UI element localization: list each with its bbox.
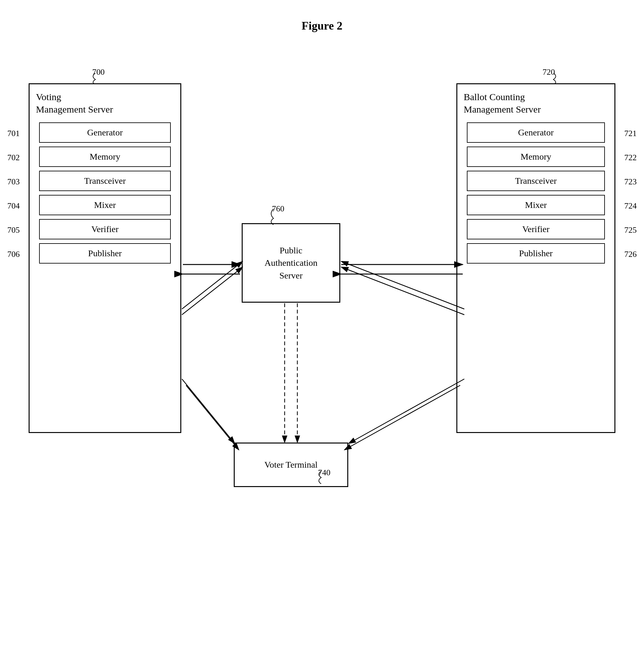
ref-760: 760 bbox=[272, 204, 284, 214]
left-server-label: VotingManagement Server bbox=[29, 84, 180, 119]
ref-705: 705 bbox=[7, 226, 20, 235]
component-memory-left: Memory bbox=[39, 146, 171, 167]
svg-line-4 bbox=[182, 261, 243, 309]
component-memory-right: Memory bbox=[467, 146, 605, 167]
ref-706: 706 bbox=[7, 250, 20, 259]
svg-line-15 bbox=[344, 385, 460, 450]
component-transceiver-right: Transceiver bbox=[467, 171, 605, 191]
center-server-label: PublicAuthenticationServer bbox=[264, 244, 317, 282]
ref-701: 701 bbox=[7, 129, 20, 138]
ref-725: 725 bbox=[624, 226, 637, 235]
svg-line-5 bbox=[182, 267, 243, 315]
left-server-box: VotingManagement Server 701 Generator 70… bbox=[29, 83, 181, 433]
ref-722: 722 bbox=[624, 153, 637, 162]
svg-line-14 bbox=[349, 379, 464, 444]
svg-line-12 bbox=[182, 379, 235, 444]
right-server-box: Ballot CountingManagement Server Generat… bbox=[456, 83, 615, 433]
center-server-box: PublicAuthenticationServer bbox=[242, 223, 340, 303]
component-generator-right: Generator bbox=[467, 122, 605, 143]
ref-704: 704 bbox=[7, 201, 20, 211]
svg-line-13 bbox=[186, 385, 239, 450]
ref-720: 720 bbox=[543, 67, 555, 77]
voter-terminal-label: Voter Terminal bbox=[264, 460, 317, 470]
ref-700: 700 bbox=[92, 67, 105, 77]
right-server-label: Ballot CountingManagement Server bbox=[457, 84, 615, 119]
component-mixer-left: Mixer bbox=[39, 195, 171, 215]
ref-702: 702 bbox=[7, 153, 20, 162]
component-mixer-right: Mixer bbox=[467, 195, 605, 215]
component-generator-left: Generator bbox=[39, 122, 171, 143]
ref-703: 703 bbox=[7, 177, 20, 187]
ref-723: 723 bbox=[624, 177, 637, 187]
ref-740: 740 bbox=[318, 468, 330, 477]
component-transceiver-left: Transceiver bbox=[39, 171, 171, 191]
voter-terminal-box: Voter Terminal bbox=[234, 443, 348, 487]
ref-724: 724 bbox=[624, 201, 637, 211]
component-publisher-left: Publisher bbox=[39, 243, 171, 263]
component-verifier-left: Verifier bbox=[39, 219, 171, 239]
page-title: Figure 2 bbox=[0, 0, 644, 32]
ref-726: 726 bbox=[624, 250, 637, 259]
component-publisher-right: Publisher bbox=[467, 243, 605, 263]
component-verifier-right: Verifier bbox=[467, 219, 605, 239]
svg-line-6 bbox=[341, 261, 464, 309]
svg-line-7 bbox=[341, 267, 464, 315]
ref-721: 721 bbox=[624, 129, 637, 138]
